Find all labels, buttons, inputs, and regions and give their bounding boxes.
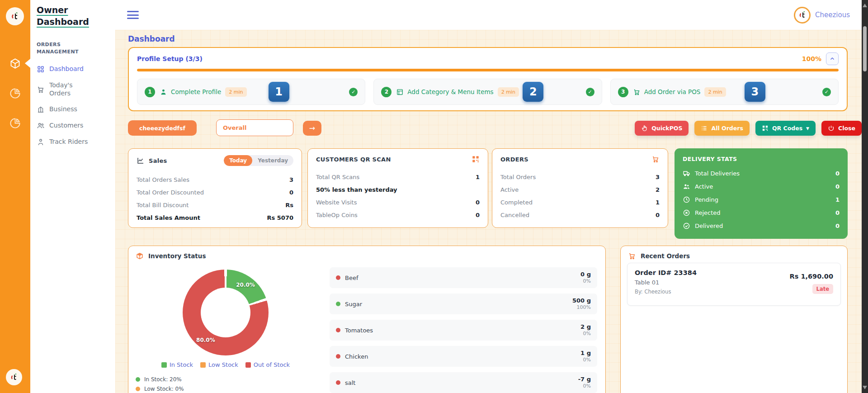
recent-orders-card: Recent Orders Order ID# 23384 Table 01 B… [620, 246, 848, 393]
stat-label: Total Orders [500, 174, 536, 180]
step-duration-badge: 2 min [498, 87, 519, 97]
brand-mark-icon [9, 11, 20, 22]
inventory-donut-chart: 20.0%80.0% [183, 270, 269, 355]
sidebar-item-label: Track Riders [49, 138, 88, 146]
scroll-down-arrow[interactable] [863, 386, 867, 389]
step-label: Add Category & Menu Items [407, 88, 493, 95]
toggle-yesterday[interactable]: Yesterday [252, 155, 293, 166]
item-qty: 500 g [572, 297, 591, 304]
branch-button[interactable]: cheeezydedfsf [128, 120, 197, 136]
stat-value: 0 [835, 183, 840, 190]
stat-value: 2 [656, 186, 660, 193]
brand-logo-bottom[interactable] [6, 369, 22, 385]
button-label: QuickPOS [651, 125, 682, 132]
brand-logo[interactable] [6, 7, 24, 25]
sales-period-toggle: Today Yesterday [224, 155, 293, 166]
brand-badge[interactable]: Cheezious [794, 7, 850, 24]
brand-name: Cheezious [815, 11, 850, 19]
stat-value: 0 [835, 223, 840, 229]
legend-item[interactable]: In Stock [161, 361, 193, 368]
qr-icon [472, 155, 480, 163]
stat-value: 1 [656, 199, 660, 206]
item-qty: 1 g [580, 350, 591, 357]
item-name: salt [345, 379, 355, 386]
inventory-item-row: Chicken 1 g0% [330, 346, 597, 367]
stat-value: 3 [656, 174, 660, 180]
sidebar-item-track-riders[interactable]: Track Riders [37, 138, 109, 146]
order-table: Table 01 [635, 279, 833, 286]
page-scrollbar[interactable] [862, 0, 868, 393]
cart-icon [633, 88, 641, 96]
pie-chart-icon[interactable] [9, 117, 21, 129]
setup-step-add-category[interactable]: 2 Add Category & Menu Items 2 min 2 ✓ [373, 79, 602, 105]
stat-value: 3 [289, 176, 293, 183]
sidebar-item-todays-orders[interactable]: Today's Orders [37, 81, 109, 97]
qr-codes-button[interactable]: QR Codes ▼ [755, 121, 816, 136]
quickpos-button[interactable]: QuickPOS [635, 121, 689, 136]
stat-value: Rs 5070 [267, 214, 293, 221]
sidebar-item-business[interactable]: Business [37, 105, 109, 114]
qr-trend-note: 50% less than yesterday [316, 186, 480, 193]
toggle-today[interactable]: Today [224, 155, 252, 166]
item-qty: -7 g [578, 376, 591, 383]
summary-label: In Stock: 20% [144, 376, 182, 383]
hamburger-menu-icon[interactable] [127, 11, 139, 19]
building-icon [37, 105, 45, 114]
setup-step-complete-profile[interactable]: 1 Complete Profile 2 min 1 ✓ [137, 79, 365, 105]
order-by: By: Cheezious [635, 289, 833, 295]
all-orders-button[interactable]: All Orders [694, 121, 749, 136]
setup-step-add-order-pos[interactable]: 3 Add Order via POS 2 min 3 ✓ [610, 79, 839, 105]
pie-chart-icon[interactable] [9, 87, 21, 99]
check-circle-icon: ✓ [349, 88, 358, 96]
order-amount: Rs 1,690.00 [790, 273, 833, 280]
recent-order-row[interactable]: Order ID# 23384 Table 01 By: Cheezious R… [627, 263, 841, 306]
step-label: Complete Profile [171, 88, 221, 95]
card-title: ORDERS [500, 156, 528, 163]
profile-setup-panel: Profile Setup (3/3) 100% 1 Complete Prof… [128, 47, 848, 111]
cart-icon [37, 85, 45, 94]
item-pct: 0% [580, 278, 591, 284]
item-qty: 0 g [580, 271, 591, 278]
power-icon [828, 125, 835, 132]
check-circle-icon: ✓ [586, 88, 594, 96]
legend-item[interactable]: Out of Stock [245, 361, 290, 368]
legend-dot [136, 377, 140, 382]
card-title: DELIVERY STATS [675, 148, 848, 164]
stat-label: Active [695, 183, 835, 190]
package-icon[interactable] [9, 57, 21, 70]
collapse-panel-button[interactable] [826, 52, 839, 65]
main-content: Dashboard Profile Setup (3/3) 100% 1 [115, 30, 862, 393]
legend-label: In Stock [170, 361, 193, 368]
sidebar-item-dashboard[interactable]: Dashboard [37, 65, 109, 73]
go-arrow-button[interactable]: → [303, 121, 321, 136]
qr-icon [762, 125, 769, 132]
x-circle-icon [683, 209, 690, 217]
sidebar-item-customers[interactable]: Customers [37, 122, 109, 130]
close-button[interactable]: Close [821, 121, 862, 136]
item-name: Chicken [345, 353, 368, 360]
progress-percent: 100% [802, 55, 821, 62]
legend-label: Low Stock [208, 361, 238, 368]
stat-label: Total Orders Sales [137, 176, 189, 183]
scrollbar-thumb[interactable] [863, 26, 867, 71]
item-pct: 100% [572, 304, 591, 311]
status-dot [336, 328, 340, 332]
legend-item[interactable]: Low Stock [200, 361, 238, 368]
filter-row: cheeezydedfsf Overall → QuickPOS All Ord… [128, 119, 862, 137]
item-pct: 0% [580, 357, 591, 363]
cart-icon [651, 155, 660, 163]
menu-table-icon [396, 88, 404, 96]
hand-pointer-icon [641, 125, 648, 132]
delivery-stats-card: DELIVERY STATS Total Deliveries 0 Active… [675, 148, 848, 239]
step-number-badge: 3 [618, 87, 628, 97]
scroll-up-arrow[interactable] [863, 4, 867, 7]
range-select[interactable]: Overall [216, 119, 293, 136]
card-title: CUSTOMERS QR SCAN [316, 156, 391, 163]
check-circle-icon [683, 222, 690, 230]
cart-icon [628, 252, 636, 260]
item-pct: 0% [580, 331, 591, 337]
card-title: Recent Orders [641, 252, 690, 260]
page-title: Dashboard [128, 34, 175, 43]
inventory-items-list: Beef 0 g0% Sugar 500 g100% Tomatoes 2 g0… [330, 267, 597, 393]
stat-label: Website Visits [316, 199, 357, 206]
